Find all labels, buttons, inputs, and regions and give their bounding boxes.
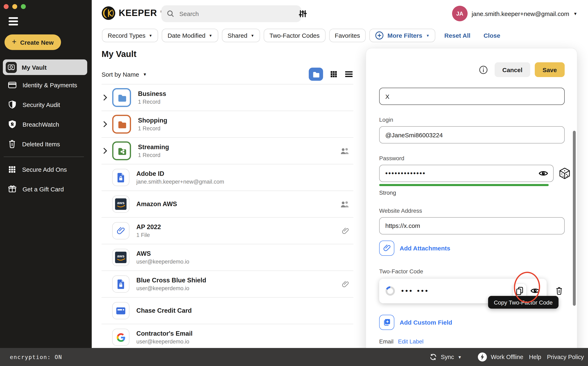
vault-row-streaming[interactable]: Streaming 1 Record: [102, 138, 353, 164]
vault-row-aws[interactable]: aws AWS user@keeperdemo.io: [102, 244, 353, 271]
google-logo-icon: [112, 329, 129, 346]
list-view-button[interactable]: [344, 70, 353, 78]
password-strength-label: Strong: [379, 189, 565, 196]
copy-two-factor-tooltip: Copy Two-Factor Code: [488, 296, 558, 309]
copy-two-factor-icon[interactable]: [513, 284, 526, 298]
vault-list: Business 1 Record Shopping 1 Record: [102, 84, 353, 351]
document-lock-icon: [112, 275, 129, 293]
account-menu[interactable]: JA jane.smith.keeper+new@gmail.com ▼: [452, 6, 577, 21]
encryption-status: encryption: ON: [10, 354, 62, 360]
help-link[interactable]: Help: [529, 354, 541, 360]
vault-row-contractors-email[interactable]: Contractor's Email user@keeperdemo.io: [102, 324, 353, 351]
filter-date-modified[interactable]: Date Modified▼: [162, 29, 218, 42]
work-offline-button[interactable]: Work Offline: [477, 352, 523, 362]
filter-favorites[interactable]: Favorites: [329, 29, 366, 42]
chevron-down-icon: ▼: [250, 33, 254, 38]
vault-row-adobe-id[interactable]: Adobe ID jane.smith.keeper+new@gmail.com: [102, 164, 353, 191]
sidebar-item-label: My Vault: [22, 64, 47, 71]
chevron-down-icon: ▼: [426, 33, 430, 38]
folder-icon: [112, 115, 131, 134]
filter-shared[interactable]: Shared▼: [222, 29, 260, 42]
edit-label-link[interactable]: Edit Label: [398, 338, 424, 344]
row-title: Contractor's Email: [136, 330, 192, 337]
sync-button[interactable]: Sync ▼: [429, 353, 462, 361]
avatar: JA: [452, 6, 468, 21]
password-input[interactable]: [379, 165, 554, 182]
sort-dropdown[interactable]: Sort by Name ▼: [102, 71, 147, 78]
generate-password-dice-icon[interactable]: [558, 167, 571, 180]
aws-logo-icon: aws: [112, 249, 129, 266]
record-title-input[interactable]: [379, 88, 565, 105]
row-title: Blue Cross Blue Shield: [136, 277, 206, 284]
attachment-icon: [341, 280, 349, 288]
reset-all-button[interactable]: Reset All: [444, 32, 470, 39]
vault-row-business[interactable]: Business 1 Record: [102, 84, 353, 111]
save-button[interactable]: Save: [535, 62, 565, 77]
privacy-policy-link[interactable]: Privacy Policy: [547, 354, 584, 360]
row-subtitle: 1 Record: [138, 125, 167, 132]
panel-header: Cancel Save: [379, 62, 565, 77]
website-input[interactable]: [379, 217, 565, 234]
website-label: Website Address: [379, 207, 565, 214]
show-password-eye-icon[interactable]: [538, 170, 548, 177]
create-new-label: Create New: [20, 39, 53, 46]
credit-card-icon: [8, 80, 17, 89]
svg-text:aws: aws: [117, 254, 125, 258]
menu-icon[interactable]: [9, 17, 18, 27]
list-controls: Sort by Name ▼: [102, 68, 353, 81]
row-subtitle: 1 Record: [138, 99, 166, 105]
vault-row-shopping[interactable]: Shopping 1 Record: [102, 111, 353, 138]
sidebar-item-breachwatch[interactable]: BreachWatch: [3, 114, 87, 134]
password-label: Password: [379, 155, 565, 161]
row-subtitle: user@keeperdemo.io: [136, 339, 192, 345]
sidebar-item-identity-payments[interactable]: Identity & Payments: [3, 75, 87, 95]
sidebar-item-label: Identity & Payments: [22, 81, 77, 88]
chevron-down-icon: ▼: [458, 355, 462, 359]
status-bar: encryption: ON Sync ▼: [0, 348, 588, 366]
sidebar-item-deleted-items[interactable]: Deleted Items: [3, 134, 87, 154]
svg-text:aws: aws: [117, 201, 125, 205]
zoom-window-button[interactable]: [21, 4, 26, 9]
more-filters-button[interactable]: More Filters ▼: [369, 29, 435, 42]
sidebar-item-my-vault[interactable]: My Vault: [3, 60, 87, 75]
shield-half-icon: [8, 100, 17, 109]
filter-two-factor-codes[interactable]: Two-Factor Codes: [264, 29, 325, 42]
show-two-factor-eye-icon[interactable]: [529, 286, 542, 296]
chevron-down-icon: ▼: [149, 33, 153, 38]
sidebar-item-gift-card[interactable]: Get a Gift Card: [3, 179, 87, 199]
create-new-button[interactable]: + Create New: [5, 34, 61, 50]
close-filters-button[interactable]: Close: [484, 32, 500, 39]
shield-eye-icon: [8, 120, 17, 129]
sidebar-item-security-audit[interactable]: Security Audit: [3, 95, 87, 114]
login-input[interactable]: [379, 126, 565, 144]
folder-view-button[interactable]: [309, 68, 323, 81]
close-window-button[interactable]: [4, 4, 9, 9]
sidebar-item-label: Get a Gift Card: [22, 185, 64, 192]
minimize-window-button[interactable]: [12, 4, 17, 9]
sidebar-item-secure-add-ons[interactable]: Secure Add Ons: [3, 160, 87, 179]
vault-row-chase-card[interactable]: Chase Credit Card: [102, 297, 353, 324]
row-subtitle: jane.smith.keeper+new@gmail.com: [136, 179, 224, 185]
delete-two-factor-trash-icon[interactable]: [554, 285, 565, 297]
expand-chevron-icon[interactable]: [103, 94, 112, 101]
add-custom-field-button[interactable]: Add Custom Field: [379, 315, 452, 330]
page-title: My Vault: [102, 49, 136, 59]
panel-scrollbar[interactable]: [573, 131, 576, 306]
search-input[interactable]: [178, 10, 296, 18]
add-attachments-button[interactable]: Add Attachments: [379, 240, 450, 256]
credit-card-icon: [112, 302, 129, 319]
search-bar[interactable]: [161, 5, 301, 22]
vault-row-amazon-aws[interactable]: aws Amazon AWS: [102, 191, 353, 218]
filter-settings-icon[interactable]: [298, 9, 308, 18]
filter-record-types[interactable]: Record Types▼: [102, 29, 158, 42]
row-subtitle: user@keeperdemo.io: [136, 285, 206, 291]
cancel-button[interactable]: Cancel: [495, 62, 530, 77]
expand-chevron-icon[interactable]: [103, 148, 112, 154]
row-title: AP 2022: [136, 223, 161, 231]
vault-row-blue-cross[interactable]: Blue Cross Blue Shield user@keeperdemo.i…: [102, 271, 353, 297]
info-icon[interactable]: [479, 65, 488, 74]
expand-chevron-icon[interactable]: [103, 121, 112, 128]
vault-row-ap-2022[interactable]: AP 2022 1 File: [102, 218, 353, 244]
sidebar-item-label: Deleted Items: [22, 140, 60, 147]
grid-view-button[interactable]: [330, 70, 338, 78]
